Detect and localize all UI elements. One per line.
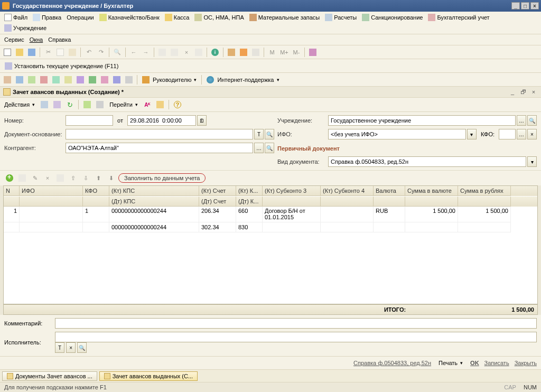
move-up-button[interactable]: ⇧ — [68, 173, 78, 183]
kfo-select-button[interactable]: … — [517, 129, 526, 139]
sc-8[interactable] — [87, 74, 98, 85]
sc-1[interactable] — [2, 74, 13, 85]
doc-tb-1[interactable] — [39, 99, 50, 110]
executor-search-button[interactable]: 🔍 — [77, 342, 87, 353]
undo-button[interactable]: ↶ — [83, 47, 94, 58]
docbase-search-button[interactable]: 🔍 — [265, 129, 274, 139]
institution-select-button[interactable]: … — [517, 115, 526, 126]
menu-sanctions[interactable]: Санкционирование — [360, 13, 425, 22]
panel-close[interactable]: × — [529, 88, 538, 96]
leader-dropdown[interactable]: Руководителю — [140, 75, 199, 85]
ifo-input[interactable] — [328, 129, 466, 139]
th-k-dt[interactable]: (Дт) К... — [236, 197, 263, 207]
delete-row-button[interactable]: × — [42, 173, 53, 183]
th-kfo[interactable]: КФО — [83, 186, 109, 196]
menu-windows[interactable]: Окна — [27, 35, 45, 44]
restore-button[interactable]: □ — [521, 2, 529, 10]
contragent-input[interactable] — [66, 143, 253, 153]
add-row-button[interactable] — [4, 173, 15, 183]
menu-institution[interactable]: Учреждение — [2, 23, 49, 33]
tb-btn-1[interactable] — [157, 47, 167, 58]
tb-btn-4[interactable] — [193, 47, 204, 58]
th-kps-dt[interactable]: (Дт) КПС — [109, 197, 199, 207]
doc-tb-3[interactable] — [95, 99, 105, 110]
executor-input[interactable] — [55, 332, 537, 342]
menu-accounting[interactable]: Бухгалтерский учет — [426, 13, 491, 22]
comment-input[interactable] — [55, 318, 537, 329]
paste-button[interactable] — [67, 47, 78, 58]
fill-button[interactable]: Заполнить по данным учета — [118, 173, 206, 183]
mplus-button[interactable]: M+ — [279, 47, 290, 58]
docbase-input[interactable] — [66, 129, 253, 139]
contragent-select-button[interactable]: … — [254, 143, 264, 153]
sc-5[interactable] — [51, 74, 61, 85]
save-button[interactable]: Записать — [484, 360, 509, 366]
set-institution-button[interactable]: Установить текущее учреждение (F11) — [2, 61, 121, 71]
doc-tb-4[interactable]: Aᴷ — [142, 99, 153, 110]
goto-dropdown[interactable]: Перейти — [107, 100, 140, 109]
doc-help-button[interactable]: ? — [172, 99, 183, 110]
number-input[interactable] — [66, 115, 113, 126]
th-acc-dt[interactable]: (Дт) Счет — [199, 197, 236, 207]
executor-t-button[interactable]: T — [55, 342, 64, 353]
menu-cash[interactable]: Касса — [163, 13, 192, 22]
institution-search-button[interactable]: 🔍 — [527, 115, 537, 126]
menu-os[interactable]: ОС, НМА, НПА — [192, 13, 246, 22]
doc-tb-post[interactable] — [82, 99, 92, 110]
date-picker-button[interactable]: 🗓 — [197, 115, 207, 126]
close-button[interactable]: × — [530, 2, 539, 10]
th-n[interactable]: N — [4, 186, 20, 196]
sort-asc-button[interactable]: ⬆ — [93, 173, 104, 183]
copy-button[interactable] — [55, 47, 66, 58]
m-button[interactable]: M — [267, 47, 277, 58]
support-dropdown[interactable]: Интернет-поддержка — [204, 75, 281, 85]
calendar-button[interactable] — [238, 47, 249, 58]
cut-button[interactable]: ✂ — [43, 47, 53, 58]
kfo-input[interactable] — [499, 129, 516, 139]
executor-clear-button[interactable]: × — [66, 342, 76, 353]
menu-operations[interactable]: Операции — [64, 13, 96, 22]
help-button[interactable]: i — [210, 47, 220, 58]
sc-4[interactable] — [39, 74, 49, 85]
menu-edit[interactable]: Правка — [31, 13, 63, 22]
sc-3[interactable] — [26, 74, 37, 85]
doctype-dropdown-button[interactable]: ▾ — [527, 156, 537, 167]
sort-desc-button[interactable]: ⬇ — [106, 173, 116, 183]
move-down-button[interactable]: ⇩ — [80, 173, 91, 183]
contragent-search-button[interactable]: 🔍 — [265, 143, 274, 153]
data-table[interactable]: N ИФО КФО (Кт) КПС (Кт) Счет (Кт) К... (… — [3, 185, 538, 304]
doc-tb-5[interactable] — [155, 99, 165, 110]
docbase-t-button[interactable]: T — [254, 129, 264, 139]
menu-service[interactable]: Сервис — [2, 35, 26, 44]
close-button[interactable]: Закрыть — [515, 360, 537, 366]
tb-btn-2[interactable] — [169, 47, 180, 58]
sc-7[interactable] — [75, 74, 86, 85]
ifo-dropdown-button[interactable]: ▾ — [467, 129, 477, 139]
save-button[interactable] — [26, 47, 37, 58]
reference-link[interactable]: Справка ф.0504833, ред.52н — [353, 360, 431, 366]
sc-11[interactable] — [124, 74, 134, 85]
print-dropdown[interactable]: Печать — [436, 359, 465, 367]
th-sub4[interactable]: (Кт) Субконто 4 — [321, 186, 374, 196]
menu-treasury[interactable]: Казначейство/Банк — [97, 13, 162, 22]
table-row[interactable]: 1 1 00000000000000244 206.34 660 Договор… — [4, 206, 537, 222]
menu-materials[interactable]: Материальные запасы — [247, 13, 322, 22]
institution-input[interactable] — [328, 115, 516, 126]
tb-btn-5[interactable] — [250, 47, 261, 58]
kfo-clear-button[interactable]: × — [527, 129, 537, 139]
sc-9[interactable] — [99, 74, 110, 85]
tb-btn-6[interactable] — [307, 47, 318, 58]
new-button[interactable] — [2, 47, 13, 58]
date-input[interactable] — [127, 115, 196, 126]
actions-dropdown[interactable]: Действия — [2, 100, 37, 109]
table-row[interactable]: 00000000000000244 302.34 830 — [4, 222, 537, 232]
nav-fwd-button[interactable]: → — [141, 47, 151, 58]
find-button[interactable]: 🔍 — [112, 47, 123, 58]
ok-button[interactable]: OK — [470, 360, 479, 366]
menu-help[interactable]: Справка — [46, 35, 73, 44]
window-tab-2[interactable]: Зачет авансов выданных (С... — [99, 371, 198, 381]
redo-button[interactable]: ↷ — [96, 47, 106, 58]
sc-6[interactable] — [63, 74, 73, 85]
doctype-input[interactable] — [328, 156, 526, 167]
calculator-button[interactable] — [226, 47, 237, 58]
